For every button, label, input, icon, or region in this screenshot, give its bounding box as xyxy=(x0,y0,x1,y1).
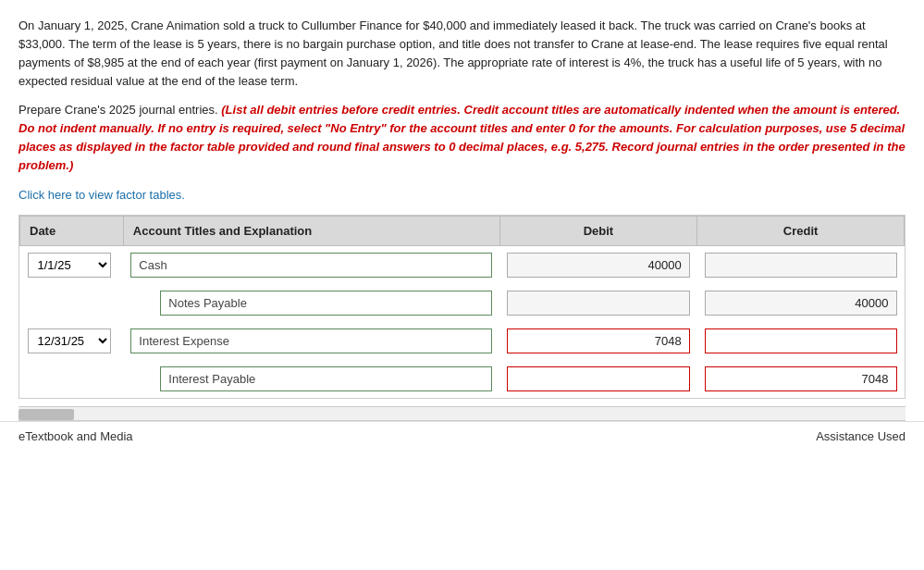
date-select-1[interactable]: 1/1/25 12/31/25 xyxy=(28,253,111,278)
debit-input-1[interactable] xyxy=(507,253,690,278)
account-cell-2 xyxy=(123,284,499,322)
date-cell-2 xyxy=(20,284,124,322)
date-select-3[interactable]: 1/1/25 12/31/25 xyxy=(28,328,111,353)
header-date: Date xyxy=(20,217,124,246)
footer-right: Assistance Used xyxy=(816,429,906,443)
credit-cell-4 xyxy=(697,360,905,398)
account-input-4[interactable] xyxy=(160,366,492,391)
credit-cell-3 xyxy=(697,322,905,360)
table-row: 1/1/25 12/31/25 xyxy=(20,246,905,285)
account-cell-1 xyxy=(123,246,499,285)
account-cell-4 xyxy=(123,360,499,398)
problem-paragraph-1: On January 1, 2025, Crane Animation sold… xyxy=(18,17,906,92)
header-account: Account Titles and Explanation xyxy=(123,217,499,246)
debit-cell-1 xyxy=(499,246,697,285)
account-cell-3 xyxy=(123,322,499,360)
credit-input-4[interactable] xyxy=(705,366,897,391)
prepare-prefix: Prepare Crane's 2025 journal entries. xyxy=(18,103,221,117)
table-row: 1/1/25 12/31/25 xyxy=(20,322,905,360)
footer-left: eTextbook and Media xyxy=(18,429,133,443)
table-row xyxy=(20,360,905,398)
problem-paragraph-2: Prepare Crane's 2025 journal entries. (L… xyxy=(18,101,906,176)
account-input-2[interactable] xyxy=(160,291,492,316)
scroll-thumb[interactable] xyxy=(18,409,74,420)
main-content: On January 1, 2025, Crane Animation sold… xyxy=(0,0,924,421)
debit-cell-3 xyxy=(499,322,697,360)
credit-cell-2 xyxy=(697,284,905,322)
table-row xyxy=(20,284,905,322)
table-header-row: Date Account Titles and Explanation Debi… xyxy=(20,217,905,246)
horizontal-scrollbar[interactable] xyxy=(18,406,906,421)
account-input-1[interactable] xyxy=(130,253,492,278)
credit-input-1[interactable] xyxy=(705,253,897,278)
credit-input-2[interactable] xyxy=(705,291,897,316)
date-cell-3: 1/1/25 12/31/25 xyxy=(20,322,124,360)
credit-input-3[interactable] xyxy=(705,328,897,353)
debit-cell-2 xyxy=(499,284,697,322)
header-debit: Debit xyxy=(499,217,697,246)
credit-cell-1 xyxy=(697,246,905,285)
debit-input-3[interactable] xyxy=(507,328,690,353)
debit-input-2[interactable] xyxy=(507,291,690,316)
header-credit: Credit xyxy=(697,217,905,246)
journal-table: Date Account Titles and Explanation Debi… xyxy=(19,216,905,398)
journal-table-wrapper: Date Account Titles and Explanation Debi… xyxy=(18,215,906,399)
account-input-3[interactable] xyxy=(130,328,492,353)
debit-input-4[interactable] xyxy=(507,366,690,391)
date-cell-1: 1/1/25 12/31/25 xyxy=(20,246,124,285)
problem-text: On January 1, 2025, Crane Animation sold… xyxy=(18,17,906,175)
factor-tables-link[interactable]: Click here to view factor tables. xyxy=(18,188,185,202)
footer-bar: eTextbook and Media Assistance Used xyxy=(0,421,924,451)
debit-cell-4 xyxy=(499,360,697,398)
date-cell-4 xyxy=(20,360,124,398)
